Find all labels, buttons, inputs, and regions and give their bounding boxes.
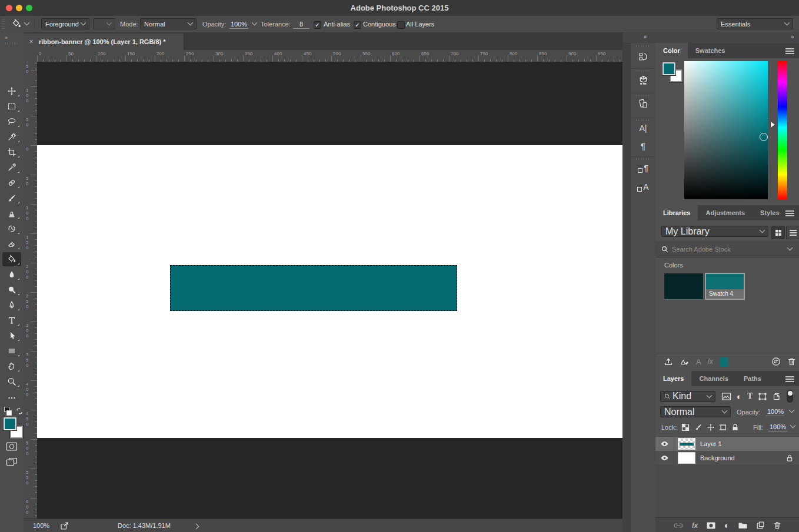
color-field-marker[interactable] [760, 133, 768, 141]
zoom-tool-button[interactable] [2, 374, 21, 389]
add-character-style-icon[interactable]: A [696, 357, 701, 366]
status-chevron-icon[interactable] [194, 524, 199, 530]
layer-thumbnail[interactable] [678, 452, 695, 464]
anti-alias-checkbox[interactable] [314, 21, 321, 29]
vertical-ruler[interactable]: 1501005005010015020025030035040045050055… [24, 62, 38, 518]
clone-stamp-tool-button[interactable] [2, 206, 21, 220]
move-tool-button[interactable] [2, 84, 21, 98]
stock-search-field[interactable]: Search Adobe Stock [655, 241, 799, 257]
new-layer-icon[interactable] [756, 521, 765, 530]
path-selection-tool-button[interactable] [2, 329, 21, 343]
creative-cloud-sync-icon[interactable] [771, 357, 781, 366]
document-tab[interactable]: × ribbon-banner @ 100% (Layer 1, RGB/8) … [24, 34, 184, 50]
tab-color[interactable]: Color [655, 43, 688, 58]
paint-bucket-tool-button[interactable] [2, 252, 21, 266]
all-layers-checkbox[interactable] [397, 21, 405, 29]
filter-pixel-layers-icon[interactable] [721, 392, 731, 401]
lock-artboard-icon[interactable] [719, 423, 727, 431]
history-panel-icon[interactable] [636, 49, 650, 63]
dodge-tool-button[interactable] [2, 283, 21, 297]
library-color-swatch-selected[interactable]: Swatch 4 [705, 273, 745, 300]
tab-paths[interactable]: Paths [736, 371, 769, 386]
layer-name[interactable]: Background [700, 454, 786, 461]
tab-channels[interactable]: Channels [691, 371, 736, 386]
delete-layer-icon[interactable] [773, 521, 781, 530]
lasso-tool-button[interactable] [2, 115, 21, 129]
filter-shape-layers-icon[interactable] [758, 392, 767, 401]
fill-source-dropdown[interactable]: Foreground [41, 18, 89, 29]
magic-wand-tool-button[interactable] [2, 130, 21, 144]
delete-icon[interactable] [787, 357, 796, 366]
blend-mode-dropdown[interactable]: Normal [660, 406, 731, 417]
add-layer-mask-icon[interactable] [706, 521, 716, 530]
panel-menu-icon[interactable] [785, 210, 794, 212]
color-field[interactable] [684, 61, 768, 199]
paragraph-styles-panel-icon[interactable]: ¶ [636, 161, 650, 175]
lock-all-icon[interactable] [731, 423, 739, 431]
pen-tool-button[interactable] [2, 298, 21, 312]
lock-position-icon[interactable] [707, 423, 715, 431]
grid-view-button[interactable] [771, 226, 785, 239]
tab-layers[interactable]: Layers [655, 371, 691, 386]
tool-preset-chevron-icon[interactable] [24, 20, 30, 26]
rectangular-marquee-tool-button[interactable] [2, 99, 21, 113]
panel-menu-icon[interactable] [785, 48, 794, 49]
upload-icon[interactable] [664, 357, 673, 366]
blur-tool-button[interactable] [2, 267, 21, 282]
layer-name[interactable]: Layer 1 [700, 440, 722, 447]
foreground-color-swatch[interactable] [662, 62, 675, 75]
lock-transparency-icon[interactable] [681, 423, 690, 431]
tab-swatches[interactable]: Swatches [688, 43, 733, 58]
paragraph-panel-icon[interactable]: ¶ [636, 139, 650, 153]
library-select[interactable]: My Library [661, 226, 768, 237]
opacity-chevron-icon[interactable] [252, 20, 258, 26]
default-colors-icon[interactable] [4, 407, 12, 416]
list-view-button[interactable] [786, 226, 799, 239]
history-brush-tool-button[interactable] [2, 222, 21, 236]
zoom-level-value[interactable]: 100% [33, 522, 49, 529]
eraser-tool-button[interactable] [2, 237, 21, 251]
hue-slider[interactable] [778, 61, 787, 199]
lock-pixels-icon[interactable] [694, 423, 703, 431]
3d-panel-icon[interactable] [636, 73, 650, 87]
filter-toggle-switch[interactable] [787, 390, 793, 403]
eyedropper-tool-button[interactable] [2, 160, 21, 175]
rectangle-tool-button[interactable] [2, 344, 21, 358]
pattern-picker-dropdown[interactable] [93, 18, 115, 29]
link-layers-icon[interactable] [673, 522, 684, 529]
collapse-dock-icon[interactable]: « [644, 34, 647, 40]
visibility-toggle[interactable] [655, 451, 674, 465]
quick-mask-button[interactable] [6, 441, 18, 451]
canvas-viewport[interactable] [37, 62, 622, 518]
contiguous-checkbox[interactable] [354, 21, 361, 29]
filter-adjustment-layers-icon[interactable]: ◐ [737, 392, 742, 401]
tolerance-input[interactable]: 8 [293, 21, 309, 29]
panel-menu-icon[interactable] [785, 376, 794, 377]
tab-adjustments[interactable]: Adjustments [698, 205, 753, 220]
mode-dropdown[interactable]: Normal [140, 18, 197, 29]
close-document-icon[interactable]: × [24, 38, 39, 46]
add-layer-style-icon[interactable]: fx [692, 521, 698, 530]
crop-tool-button[interactable] [2, 145, 21, 159]
add-color-chip-icon[interactable] [720, 357, 728, 366]
active-selection-marching-ants[interactable] [170, 265, 457, 311]
layer-thumbnail[interactable] [678, 438, 695, 450]
brush-tool-button[interactable] [2, 191, 21, 205]
swap-colors-icon[interactable] [15, 407, 24, 415]
layer-fill-value[interactable]: 100% [768, 423, 787, 431]
library-color-swatch[interactable] [664, 273, 704, 300]
opacity-chevron-icon[interactable] [789, 407, 795, 413]
ruler-corner[interactable] [24, 50, 38, 62]
toolbar-expand-icon[interactable]: » [5, 35, 8, 41]
type-tool-button[interactable] [2, 313, 21, 327]
share-export-icon[interactable] [60, 521, 69, 530]
collapse-panels-icon[interactable]: » [791, 34, 794, 40]
filter-type-layers-icon[interactable]: T [747, 392, 753, 401]
character-panel-icon[interactable]: A| [636, 121, 650, 135]
layer-opacity-value[interactable]: 100% [766, 408, 785, 416]
paint-bucket-tool-icon[interactable] [11, 19, 22, 29]
add-layer-style-icon[interactable]: fx [708, 357, 713, 366]
document-size-info[interactable]: Doc: 1.43M/1.91M [118, 522, 171, 529]
fill-chevron-icon[interactable] [790, 423, 796, 429]
screen-mode-button[interactable] [6, 457, 18, 467]
